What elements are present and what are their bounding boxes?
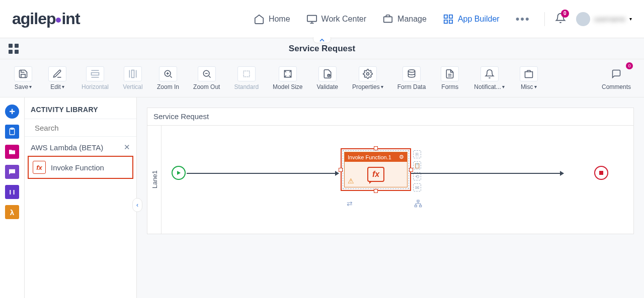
canvas-title: Service Request — [153, 112, 209, 121]
paste-handle[interactable]: 📋 — [413, 161, 421, 169]
comments-badge: 0 — [626, 62, 633, 69]
save-button[interactable]: Save▾ — [8, 63, 38, 93]
canvas-wrap: Service Request Lane1 Invoke Function.1 … — [137, 97, 644, 298]
start-node[interactable] — [172, 166, 186, 180]
activity-title: Invoke Function.1 — [348, 154, 391, 160]
edit-label: Edit — [50, 83, 61, 90]
toolbar: Save▾ Edit▾ Horizontal Vertical Zoom In … — [0, 59, 644, 97]
rail-clipboard-icon[interactable] — [5, 125, 19, 139]
comments-button[interactable]: 0 Comments — [597, 63, 636, 93]
subheader-title: Service Request — [289, 44, 355, 54]
nav-work-center[interactable]: Work Center — [306, 14, 367, 25]
svg-rect-14 — [244, 71, 250, 77]
anchor-top[interactable] — [374, 146, 378, 150]
sidebar: ACTIVITY LIBRARY AWS Lambda (BETA) ✕ fx … — [24, 97, 137, 298]
anchor-right[interactable] — [409, 168, 413, 172]
svg-rect-1 — [384, 17, 392, 22]
nav-app-builder[interactable]: App Builder — [443, 14, 500, 25]
misc-button[interactable]: Misc▾ — [514, 63, 544, 93]
zoom-in-button[interactable]: Zoom In — [152, 63, 184, 93]
standard-label: Standard — [234, 83, 259, 90]
svg-rect-0 — [307, 15, 316, 21]
vertical-button[interactable]: Vertical — [118, 63, 148, 93]
notifications-label: Notificat... — [474, 83, 501, 90]
sidebar-item-invoke-function[interactable]: fx Invoke Function — [28, 156, 133, 179]
user-menu[interactable]: username ▾ — [576, 12, 632, 26]
apps-icon — [443, 14, 454, 25]
home-icon — [254, 14, 265, 25]
validate-label: Validate — [316, 83, 338, 90]
model-size-label: Model Size — [273, 83, 302, 90]
main-area: + I I λ ACTIVITY LIBRARY AWS Lambda (BET… — [0, 97, 644, 298]
nav-more[interactable]: ••• — [516, 13, 530, 26]
end-node[interactable] — [594, 166, 608, 180]
svg-rect-24 — [420, 205, 422, 207]
search-input[interactable] — [35, 124, 130, 132]
horizontal-label: Horizontal — [82, 83, 109, 90]
svg-rect-10 — [92, 72, 99, 75]
sidebar-search[interactable] — [25, 119, 136, 137]
sync-icon[interactable]: ⇄ — [347, 200, 353, 208]
main-nav: Home Work Center Manage App Builder ••• — [254, 13, 530, 26]
rail-add-button[interactable]: + — [5, 105, 19, 119]
edge-start-to-activity[interactable] — [187, 173, 339, 174]
copy-handle[interactable]: ⎘ — [413, 150, 421, 158]
notifications-button[interactable]: 0 — [555, 13, 566, 26]
nav-home[interactable]: Home — [254, 14, 290, 25]
comments-label: Comments — [602, 83, 631, 90]
nav-manage-label: Manage — [397, 15, 427, 24]
rail-chat-icon[interactable] — [5, 165, 19, 179]
sidebar-group-label: AWS Lambda (BETA) — [31, 143, 103, 152]
anchor-bottom[interactable] — [374, 189, 378, 193]
svg-rect-8 — [9, 50, 13, 54]
svg-rect-9 — [15, 50, 19, 54]
activity-action-handles: ⎘ 📋 ⟲ ✉ — [413, 150, 421, 191]
svg-rect-7 — [15, 44, 19, 48]
close-icon[interactable]: ✕ — [124, 143, 130, 152]
properties-button[interactable]: Properties▾ — [347, 63, 388, 93]
nav-app-builder-label: App Builder — [458, 15, 500, 24]
process-canvas[interactable]: Service Request Lane1 Invoke Function.1 … — [147, 108, 634, 234]
model-size-button[interactable]: Model Size — [268, 63, 307, 93]
warning-icon: ⚠ — [348, 177, 354, 185]
edit-button[interactable]: Edit▾ — [42, 63, 72, 93]
branch-icon[interactable] — [414, 200, 422, 210]
gear-icon[interactable]: ⚙ — [399, 154, 404, 160]
function-icon: fx — [367, 167, 384, 182]
notifications-badge: 0 — [561, 10, 569, 18]
properties-label: Properties — [352, 83, 380, 90]
forms-button[interactable]: Forms — [435, 63, 465, 93]
sidebar-collapse-button[interactable]: ‹ — [132, 198, 142, 212]
forms-label: Forms — [441, 83, 458, 90]
svg-rect-5 — [449, 20, 452, 23]
sidebar-group[interactable]: AWS Lambda (BETA) ✕ — [25, 137, 136, 156]
anchor-left[interactable] — [339, 168, 343, 172]
logo: agilepint — [12, 10, 80, 28]
nav-work-center-label: Work Center — [321, 15, 367, 24]
zoom-out-button[interactable]: Zoom Out — [188, 63, 225, 93]
rail-folder-icon[interactable] — [5, 145, 19, 159]
nav-home-label: Home — [269, 15, 290, 24]
view-grid-button[interactable] — [8, 43, 19, 54]
collapse-header-button[interactable] — [313, 37, 331, 43]
rail-text-icon[interactable]: I I — [5, 185, 19, 199]
form-data-button[interactable]: Form Data — [392, 63, 431, 93]
function-icon: fx — [33, 161, 46, 174]
standard-button[interactable]: Standard — [229, 63, 264, 93]
edge-activity-to-end[interactable] — [411, 173, 564, 174]
monitor-icon — [306, 14, 317, 25]
briefcase-icon — [382, 14, 393, 25]
validate-button[interactable]: Validate — [311, 63, 343, 93]
horizontal-button[interactable]: Horizontal — [76, 63, 114, 93]
nav-manage[interactable]: Manage — [382, 14, 427, 25]
notifications-tb-button[interactable]: Notificat...▾ — [469, 63, 509, 93]
rail-lambda-icon[interactable]: λ — [5, 205, 19, 219]
mail-handle[interactable]: ✉ — [413, 183, 421, 191]
svg-rect-23 — [415, 205, 417, 207]
svg-rect-6 — [9, 44, 13, 48]
svg-rect-4 — [444, 20, 447, 23]
svg-point-18 — [408, 69, 415, 72]
lane[interactable]: Lane1 — [147, 125, 162, 234]
subheader: Service Request — [0, 38, 644, 59]
activity-invoke-function[interactable]: Invoke Function.1 ⚙ fx ⚠ — [341, 148, 411, 191]
